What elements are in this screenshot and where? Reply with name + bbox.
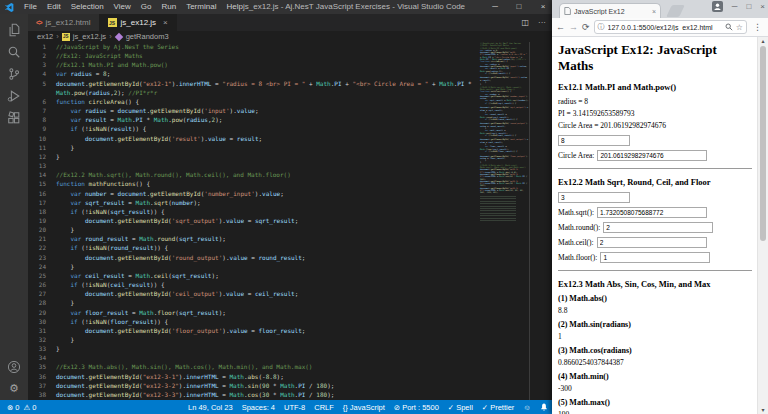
minimize-button[interactable]: ─ bbox=[483, 0, 507, 14]
browser-tab[interactable]: JavaScript Ex12 × bbox=[559, 3, 661, 18]
breadcrumb-folder[interactable]: ex12 bbox=[37, 32, 53, 41]
floor-output[interactable] bbox=[600, 252, 710, 263]
maximize-button[interactable]: □ bbox=[507, 0, 531, 14]
explorer-icon[interactable] bbox=[7, 23, 21, 37]
code-line[interactable]: 28 } bbox=[28, 298, 478, 307]
menu-view[interactable]: View bbox=[109, 0, 136, 14]
reload-icon[interactable]: ⟳ bbox=[582, 22, 590, 32]
code-line[interactable]: 27 document.getElementById('ceil_output'… bbox=[28, 289, 478, 298]
prettier-status[interactable]: ✓ Prettier bbox=[482, 403, 514, 412]
number-input[interactable] bbox=[558, 192, 630, 203]
encoding[interactable]: UTF-8 bbox=[284, 403, 305, 412]
code-line[interactable]: 23 document.getElementById('round_output… bbox=[28, 253, 478, 262]
code-line[interactable]: 14//Ex12.2 Math.sqrt(), Math.round(), Ma… bbox=[28, 170, 478, 179]
menu-run[interactable]: Run bbox=[156, 0, 181, 14]
menu-file[interactable]: File bbox=[19, 0, 42, 14]
code-line[interactable]: 37document.getElementById("ex12-3-2").in… bbox=[28, 381, 478, 390]
split-editor-icon[interactable]: ◫ bbox=[521, 18, 529, 27]
code-line[interactable]: 15function mathFunctions() { bbox=[28, 179, 478, 188]
tab-js-ex12-js[interactable]: JS js_ex12.js × bbox=[100, 14, 177, 31]
code-line[interactable]: 32 } bbox=[28, 335, 478, 344]
code-line[interactable]: 34 bbox=[28, 353, 478, 362]
menu-terminal[interactable]: Terminal bbox=[181, 0, 221, 14]
indentation[interactable]: Spaces: 4 bbox=[242, 403, 275, 412]
code-line[interactable]: 18 if (!isNaN(sqrt_result)) { bbox=[28, 207, 478, 216]
menu-go[interactable]: Go bbox=[136, 0, 157, 14]
search-icon[interactable] bbox=[7, 45, 21, 59]
code-line[interactable]: 31 document.getElementById('floor_output… bbox=[28, 326, 478, 335]
round-output[interactable] bbox=[603, 222, 713, 233]
code-line[interactable]: 17 var sqrt_result = Math.sqrt(number); bbox=[28, 198, 478, 207]
code-line[interactable]: 3//Ex12.1 Math.PI and Math.pow() bbox=[28, 60, 478, 69]
scrollbar-thumb[interactable] bbox=[760, 46, 766, 241]
breadcrumb-symbol[interactable]: getRandom3 bbox=[126, 32, 169, 41]
code-line[interactable]: 7 var radius = document.getElementById('… bbox=[28, 106, 478, 115]
cursor-position[interactable]: Ln 49, Col 23 bbox=[188, 403, 233, 412]
new-tab-button[interactable] bbox=[666, 5, 685, 17]
code-line[interactable]: 12} bbox=[28, 152, 478, 161]
code-line[interactable]: 16 var number = document.getElementById(… bbox=[28, 189, 478, 198]
scroll-down-icon[interactable]: ▾ bbox=[758, 406, 768, 413]
code-editor[interactable]: 1//JavaScript by Aj.NesT the Series2//Ex… bbox=[28, 42, 478, 400]
settings-gear-icon[interactable]: ⚙ bbox=[9, 382, 19, 394]
code-line[interactable]: 5document.getElementById("ex12-1").inner… bbox=[28, 79, 478, 97]
bookmark-star-icon[interactable]: ☆ bbox=[736, 23, 743, 32]
url-text[interactable]: 127.0.0.1:5500/ex12/js_ex12.html bbox=[608, 24, 722, 31]
forward-icon[interactable]: → bbox=[569, 22, 578, 32]
zoom-icon[interactable] bbox=[725, 23, 733, 31]
feedback-smiley-icon[interactable]: ☺ bbox=[523, 403, 531, 412]
tab-js-ex12-html[interactable]: <> js_ex12.html bbox=[28, 14, 100, 31]
source-control-icon[interactable] bbox=[7, 67, 21, 81]
code-line[interactable]: 24 } bbox=[28, 262, 478, 271]
info-icon[interactable]: ⓘ bbox=[598, 22, 605, 32]
problems-errors[interactable]: ⊗ 0 bbox=[7, 403, 19, 412]
live-server-port[interactable]: ⊘ Port : 5500 bbox=[394, 403, 439, 412]
run-debug-icon[interactable] bbox=[7, 89, 21, 103]
close-window-button[interactable]: × bbox=[760, 2, 765, 11]
code-line[interactable]: 20 } bbox=[28, 225, 478, 234]
browser-scrollbar[interactable]: ▴ ▾ bbox=[757, 37, 768, 414]
code-line[interactable]: 35//Ex12.3 Math.abs(), Math.sin(), Math.… bbox=[28, 362, 478, 371]
code-line[interactable]: 11 } bbox=[28, 143, 478, 152]
maximize-button[interactable]: □ bbox=[746, 2, 751, 11]
breadcrumb-file[interactable]: js_ex12.js bbox=[73, 32, 106, 41]
menu-edit[interactable]: Edit bbox=[42, 0, 66, 14]
radius-input[interactable] bbox=[558, 135, 630, 146]
code-line[interactable]: 19 document.getElementById('sqrt_output'… bbox=[28, 216, 478, 225]
code-line[interactable]: 1//JavaScript by Aj.NesT the Series bbox=[28, 42, 478, 51]
close-tab-icon[interactable]: × bbox=[163, 18, 168, 27]
menu-selection[interactable]: Selection bbox=[66, 0, 109, 14]
account-icon[interactable] bbox=[7, 360, 21, 374]
minimap[interactable]: //JavaScript by Aj.NesT the Series//Ex12… bbox=[478, 42, 530, 400]
code-line[interactable]: 9 if (!isNaN(result)) { bbox=[28, 124, 478, 133]
back-icon[interactable]: ← bbox=[556, 22, 565, 32]
code-line[interactable]: 33} bbox=[28, 344, 478, 353]
code-line[interactable]: 38document.getElementById("ex12-3-3").in… bbox=[28, 390, 478, 399]
minimize-button[interactable]: ─ bbox=[732, 2, 738, 11]
code-line[interactable]: 4var radius = 8; bbox=[28, 69, 478, 78]
code-line[interactable]: 8 var result = Math.PI * Math.pow(radius… bbox=[28, 115, 478, 124]
circle-area-output[interactable] bbox=[597, 150, 707, 161]
code-line[interactable]: 21 var round_result = Math.round(sqrt_re… bbox=[28, 234, 478, 243]
profile-avatar[interactable] bbox=[712, 1, 723, 12]
code-line[interactable]: 22 if (!isNaN(round_result)) { bbox=[28, 243, 478, 252]
code-line[interactable]: 25 var ceil_result = Math.ceil(sqrt_resu… bbox=[28, 271, 478, 280]
ceil-output[interactable] bbox=[597, 237, 707, 248]
code-line[interactable]: 6function circleArea() { bbox=[28, 97, 478, 106]
notifications-bell-icon[interactable] bbox=[540, 403, 548, 411]
eol-sequence[interactable]: CRLF bbox=[314, 403, 334, 412]
sqrt-output[interactable] bbox=[597, 207, 707, 218]
code-line[interactable]: 10 document.getElementById('result').val… bbox=[28, 134, 478, 143]
browser-menu-icon[interactable]: ⋮ bbox=[751, 22, 764, 32]
address-bar[interactable]: ⓘ 127.0.0.1:5500/ex12/js_ex12.html ☆ bbox=[594, 20, 747, 34]
language-mode[interactable]: {} JavaScript bbox=[343, 403, 385, 412]
code-line[interactable]: 30 if (!isNaN(floor_result)) { bbox=[28, 317, 478, 326]
scroll-up-icon[interactable]: ▴ bbox=[758, 37, 768, 44]
problems-warnings[interactable]: ⚠ 0 bbox=[23, 403, 36, 412]
spell-checker[interactable]: ✓ Spell bbox=[448, 403, 473, 412]
code-line[interactable]: 36document.getElementById("ex12-3-1").in… bbox=[28, 372, 478, 381]
code-line[interactable]: 13 bbox=[28, 161, 478, 170]
more-actions-icon[interactable]: ··· bbox=[538, 18, 546, 27]
code-line[interactable]: 26 if (!isNaN(ceil_result)) { bbox=[28, 280, 478, 289]
close-tab-icon[interactable]: × bbox=[652, 8, 656, 15]
